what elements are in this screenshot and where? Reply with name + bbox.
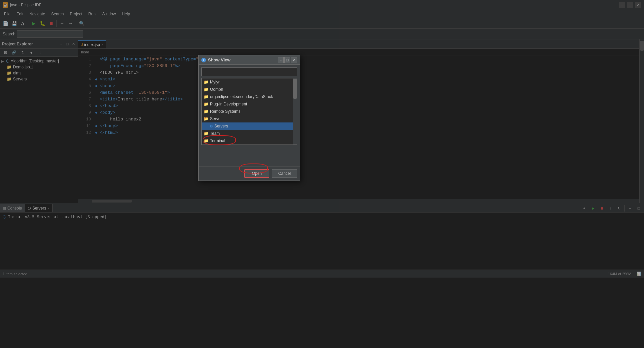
tree-label-plugin-dev: Plug-in Development xyxy=(210,102,247,106)
dialog-icon: i xyxy=(201,58,206,62)
modal-overlay: i Show View − □ ✕ 📁 Mylyn 📁 xyxy=(0,0,644,348)
dialog-titlebar: i Show View − □ ✕ xyxy=(199,55,300,65)
dialog-tree-inner: 📁 Mylyn 📁 Oomph 📁 org.eclipse.e4.seconda… xyxy=(202,78,297,144)
tree-label-server: Server xyxy=(210,116,222,121)
folder-icon-remote-systems: 📁 xyxy=(204,109,209,114)
tree-label-servers-child: Servers xyxy=(214,124,228,128)
folder-icon-plugin-dev: 📁 xyxy=(204,102,209,106)
tree-item-mylyn[interactable]: 📁 Mylyn xyxy=(202,78,297,86)
dialog-close-btn[interactable]: ✕ xyxy=(291,57,297,63)
folder-icon-oomph: 📁 xyxy=(204,87,209,92)
dialog-body: 📁 Mylyn 📁 Oomph 📁 org.eclipse.e4.seconda… xyxy=(199,65,300,166)
tree-label-team: Team xyxy=(210,131,220,136)
show-view-search-input[interactable] xyxy=(201,67,297,76)
open-button[interactable]: Open xyxy=(244,169,269,178)
tree-label-mylyn: Mylyn xyxy=(210,80,220,84)
show-view-tree: 📁 Mylyn 📁 Oomph 📁 org.eclipse.e4.seconda… xyxy=(201,78,297,145)
dialog-controls[interactable]: − □ ✕ xyxy=(278,57,297,63)
tree-item-servers-child[interactable]: ⚙ Servers xyxy=(202,122,297,130)
show-view-dialog: i Show View − □ ✕ 📁 Mylyn 📁 xyxy=(198,55,300,181)
dialog-empty-area xyxy=(201,147,297,163)
tree-item-oomph[interactable]: 📁 Oomph xyxy=(202,86,297,93)
tree-label-remote-systems: Remote Systems xyxy=(210,109,240,114)
folder-icon-org-eclipse: 📁 xyxy=(204,94,209,99)
tree-item-plugin-dev[interactable]: 📁 Plug-in Development xyxy=(202,100,297,108)
tree-item-org-eclipse[interactable]: 📁 org.eclipse.e4.secondaryDataStack xyxy=(202,93,297,100)
tree-item-server[interactable]: 📂 Server xyxy=(202,115,297,122)
dialog-footer: Open Cancel xyxy=(199,166,300,181)
dialog-maximize-btn[interactable]: □ xyxy=(284,57,290,63)
tree-item-remote-systems[interactable]: 📁 Remote Systems xyxy=(202,108,297,115)
leaf-icon-servers: ⚙ xyxy=(210,124,213,128)
tree-label-org-eclipse: org.eclipse.e4.secondaryDataStack xyxy=(210,94,273,99)
tree-label-oomph: Oomph xyxy=(210,87,223,92)
cancel-button[interactable]: Cancel xyxy=(272,169,297,178)
tree-item-terminal[interactable]: 📁 Terminal xyxy=(202,137,297,144)
folder-icon-server: 📂 xyxy=(204,116,209,121)
folder-icon-team: 📁 xyxy=(204,131,209,136)
folder-icon-terminal: 📁 xyxy=(204,138,209,143)
folder-icon-mylyn: 📁 xyxy=(204,80,209,84)
scrollbar-thumb[interactable] xyxy=(293,79,297,99)
dialog-scrollbar[interactable] xyxy=(293,78,297,144)
dialog-minimize-btn[interactable]: − xyxy=(278,57,284,63)
tree-label-terminal: Terminal xyxy=(210,138,225,143)
dialog-title: Show View xyxy=(208,57,231,62)
dialog-title-left: i Show View xyxy=(201,57,231,62)
tree-item-team[interactable]: 📁 Team xyxy=(202,130,297,137)
